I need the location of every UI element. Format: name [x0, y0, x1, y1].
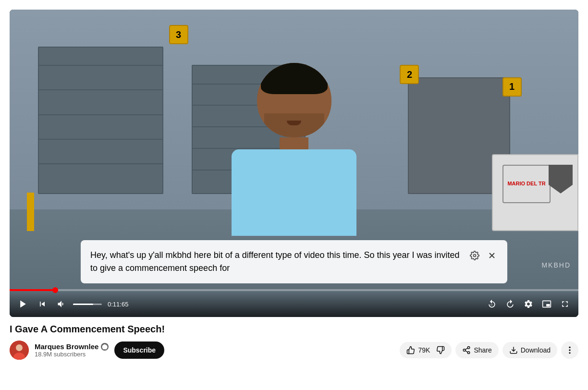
svg-point-9 [464, 349, 466, 352]
time-display: 0:11:65 [108, 301, 128, 308]
subtitle-text: Hey, what's up y'all mkbhd here bit of a… [90, 249, 464, 275]
svg-point-15 [569, 349, 570, 351]
video-meta-row: Marques Brownlee 18.9M subscribers Subsc… [10, 341, 578, 360]
like-count: 79K [418, 346, 430, 354]
sign-1: 1 [502, 77, 522, 97]
channel-details: Marques Brownlee 18.9M subscribers [35, 342, 109, 358]
channel-name-row: Marques Brownlee [35, 342, 109, 351]
channel-avatar[interactable] [10, 341, 29, 360]
svg-point-0 [474, 255, 476, 257]
subtitle-settings-button[interactable] [469, 250, 480, 264]
svg-point-8 [468, 347, 470, 349]
svg-point-14 [569, 347, 570, 348]
subtitle-box: Hey, what's up y'all mkbhd here bit of a… [81, 240, 507, 283]
fullscreen-button[interactable] [557, 297, 573, 311]
svg-line-11 [466, 351, 468, 352]
action-buttons: 79K Share Download [400, 341, 578, 359]
svg-line-12 [466, 348, 468, 350]
skip-back-button[interactable] [35, 297, 50, 311]
right-controls: 10 [484, 297, 573, 311]
subtitle-close-button[interactable] [486, 250, 498, 264]
download-button[interactable]: Download [502, 342, 557, 358]
volume-slider[interactable] [73, 304, 102, 305]
subscribe-button[interactable]: Subscribe [114, 341, 164, 359]
verified-badge [101, 343, 109, 351]
video-player[interactable]: 3 2 1 [10, 10, 578, 317]
svg-marker-3 [20, 301, 26, 308]
like-button[interactable]: 79K [400, 342, 435, 358]
player-settings-button[interactable] [521, 297, 536, 311]
channel-name: Marques Brownlee [35, 342, 98, 351]
video-title: I Gave A Commencement Speech! [10, 324, 578, 335]
more-options-button[interactable] [561, 341, 578, 359]
watermark: MKBHD [541, 261, 571, 269]
video-info: I Gave A Commencement Speech! [10, 317, 578, 364]
share-label: Share [474, 346, 491, 354]
sign-3: 3 [169, 25, 188, 44]
play-button[interactable] [15, 297, 31, 311]
skip-10-back-button[interactable]: 10 [484, 297, 500, 311]
miniplayer-button[interactable] [539, 297, 554, 311]
channel-info: Marques Brownlee 18.9M subscribers Subsc… [10, 341, 164, 360]
volume-button[interactable] [54, 297, 69, 311]
sign-2: 2 [400, 65, 419, 84]
player-controls: 0:11:65 10 [10, 291, 578, 317]
svg-point-6 [16, 344, 23, 351]
subscriber-count: 18.9M subscribers [35, 351, 109, 358]
svg-point-10 [468, 352, 470, 354]
avatar-inner [10, 341, 29, 360]
subtitle-controls [469, 249, 498, 264]
svg-point-16 [569, 352, 570, 353]
like-dislike-group: 79K [400, 342, 452, 358]
download-label: Download [521, 346, 551, 354]
skip-10-forward-button[interactable] [502, 297, 518, 311]
svg-text:10: 10 [490, 304, 493, 306]
page-container: 3 2 1 [10, 10, 578, 364]
share-button[interactable]: Share [455, 342, 498, 358]
dislike-button[interactable] [431, 342, 452, 358]
